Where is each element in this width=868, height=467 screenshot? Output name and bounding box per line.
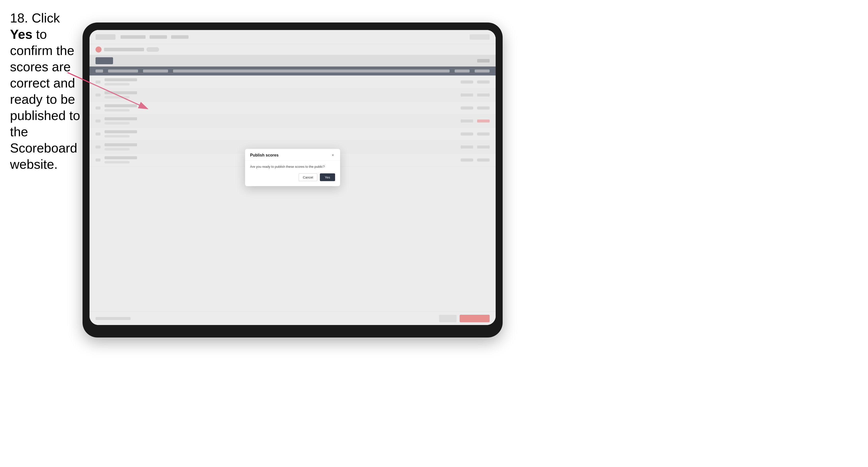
modal-actions: Cancel Yes	[250, 174, 335, 181]
modal-body: Are you ready to publish these scores to…	[245, 161, 340, 186]
step-number: 18.	[10, 11, 28, 25]
tablet-screen: Publish scores × Are you ready to publis…	[90, 30, 496, 325]
modal-yes-button[interactable]: Yes	[320, 174, 335, 181]
modal-header: Publish scores ×	[245, 149, 340, 161]
app-content: Publish scores × Are you ready to publis…	[90, 30, 496, 325]
modal-close-button[interactable]: ×	[331, 153, 335, 157]
modal-message: Are you ready to publish these scores to…	[250, 165, 335, 168]
publish-scores-modal: Publish scores × Are you ready to publis…	[245, 149, 340, 186]
modal-cancel-button[interactable]: Cancel	[299, 174, 317, 181]
instruction-text: 18. Click Yes to confirm the scores are …	[10, 10, 85, 173]
instruction-text-after: to confirm the scores are correct and re…	[10, 27, 80, 172]
bold-yes: Yes	[10, 27, 32, 41]
modal-title: Publish scores	[250, 153, 279, 157]
tablet-device: Publish scores × Are you ready to publis…	[83, 23, 503, 338]
instruction-text-before-bold: Click	[28, 11, 60, 25]
